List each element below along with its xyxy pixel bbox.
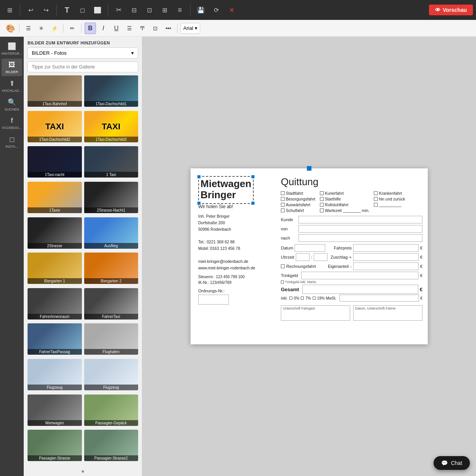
cb-kurierfahrt-box[interactable] bbox=[320, 191, 324, 195]
cb-wartezeit-box[interactable] bbox=[320, 209, 324, 212]
category-select[interactable]: BILDER - Fotos ▾ bbox=[28, 47, 138, 59]
eraser-button[interactable]: ✏ bbox=[67, 23, 78, 34]
text-size-button[interactable]: Ͳ bbox=[137, 23, 148, 34]
uhrzeit-h-input[interactable] bbox=[296, 253, 310, 261]
image-thumb-flughafen[interactable]: Flughafen bbox=[84, 323, 139, 355]
image-thumb-flugzeug2[interactable]: Flugzeug bbox=[84, 359, 139, 390]
sidebar-item-hintergrund[interactable]: ⬜ HINTERGR... bbox=[2, 40, 22, 58]
transform-button[interactable]: ✳ bbox=[36, 23, 47, 34]
image-thumb-fahrertaxi[interactable]: FahrerTaxi bbox=[84, 288, 139, 320]
cb-trinkgeld-inkl-box[interactable] bbox=[281, 280, 284, 284]
undo-button[interactable]: ↩ bbox=[24, 3, 37, 16]
nach-input[interactable] bbox=[298, 234, 422, 242]
cb-mwst0-box[interactable] bbox=[289, 297, 292, 300]
image-thumb-biergarten1[interactable]: Biergarten 1 bbox=[28, 253, 82, 284]
cut-button[interactable]: ✂ bbox=[112, 3, 125, 16]
redo-button[interactable]: ↪ bbox=[39, 3, 52, 16]
handle-tr[interactable] bbox=[251, 175, 255, 179]
align-left-button[interactable]: ☰ bbox=[23, 23, 34, 34]
mwst-input[interactable] bbox=[339, 295, 419, 302]
italic-button[interactable]: I bbox=[98, 23, 109, 34]
image-thumb-fahrerinnenraum[interactable]: FahrerInnenraum bbox=[28, 288, 82, 320]
image-thumb-passagier-strasse2[interactable]: Passagier-Strasse2 bbox=[84, 430, 139, 461]
image-thumb-1taxi-dachschild1[interactable]: 1Taxi-Dachschild1 bbox=[84, 75, 139, 107]
delete-button[interactable]: ⊟ bbox=[127, 3, 140, 16]
cb-starthilfe-box[interactable] bbox=[320, 197, 324, 201]
image-thumb-2strasse[interactable]: 2Strasse bbox=[28, 217, 82, 249]
zuschlag-input[interactable] bbox=[353, 253, 419, 261]
effect-button[interactable]: ⚡ bbox=[49, 23, 60, 34]
image-thumb-1taxi-dachschild2[interactable]: TAXI1Taxi-Dachschild2 bbox=[28, 111, 82, 142]
cb-hinundzurueck-box[interactable] bbox=[374, 197, 378, 201]
bold-button[interactable]: B bbox=[85, 23, 96, 34]
page-button[interactable]: ⬜ bbox=[91, 3, 104, 16]
trinkgeld-input[interactable] bbox=[301, 272, 419, 279]
sidebar-item-suchen[interactable]: 🔍 SUCHEN bbox=[2, 96, 22, 114]
image-thumb-mietwagen[interactable]: Mietwagen bbox=[28, 394, 82, 426]
image-thumb-ausflieg[interactable]: Ausflieg bbox=[84, 217, 139, 249]
image-thumb-biergarten2[interactable]: Biergarten 2 bbox=[84, 253, 139, 284]
cb-rollstuhlfahrt-box[interactable] bbox=[320, 203, 324, 207]
image-thumb-flugzeug1[interactable]: Flugzeug bbox=[28, 359, 82, 390]
handle-br[interactable] bbox=[251, 201, 255, 205]
image-thumb-fahrertaxipassag[interactable]: FahrerTaxiPassag bbox=[28, 323, 82, 355]
cb-besorgungsfahrt-box[interactable] bbox=[281, 197, 285, 201]
canvas-area[interactable]: Mietwagen Bringer Wir holen Sie ab! Inh.… bbox=[142, 37, 476, 476]
image-thumb-passagier-strasse[interactable]: Passagier-Strasse bbox=[28, 430, 82, 461]
save-button[interactable]: 💾 bbox=[194, 3, 207, 16]
sidebar-item-facebook[interactable]: f FACEBOO... bbox=[2, 114, 22, 132]
refresh-button[interactable]: ⟳ bbox=[210, 3, 223, 16]
selection-handle-top[interactable] bbox=[307, 166, 311, 171]
cb-krankenfahrt-box[interactable] bbox=[374, 191, 378, 195]
kunde-input[interactable] bbox=[298, 216, 422, 223]
crop-button[interactable]: ⊡ bbox=[150, 23, 161, 34]
datum-input[interactable] bbox=[295, 244, 325, 252]
sidebar: ⬜ HINTERGR... 🖼 BILDER ⬆ HOCHLAD... 🔍 SU… bbox=[0, 37, 24, 476]
close-button[interactable]: ✕ bbox=[225, 3, 238, 16]
von-input[interactable] bbox=[298, 225, 422, 233]
scroll-down-indicator[interactable]: ▾ bbox=[24, 467, 142, 476]
image-thumb-1taxi[interactable]: 1 Taxi bbox=[84, 146, 139, 178]
handle-tl[interactable] bbox=[197, 175, 201, 179]
cb-auswaertsfahrt-box[interactable] bbox=[281, 203, 285, 207]
gesamt-input[interactable] bbox=[302, 285, 418, 294]
cb-mwst19-box[interactable] bbox=[313, 297, 316, 300]
sidebar-item-bilder[interactable]: 🖼 BILDER bbox=[2, 59, 22, 76]
align-center-button[interactable]: ☰ bbox=[124, 23, 135, 34]
preview-button[interactable]: 👁 Vorschau bbox=[429, 5, 473, 15]
gallery-search-input[interactable] bbox=[28, 62, 138, 72]
layers-button[interactable]: ≡ bbox=[173, 3, 186, 16]
sidebar-item-insta[interactable]: ◻ INSTA... bbox=[2, 133, 22, 151]
cb-schulfahrt-box[interactable] bbox=[281, 209, 285, 212]
shape-button[interactable]: ◻ bbox=[76, 3, 89, 16]
image-thumb-1taxi-dachschild3[interactable]: TAXI1Taxi-Dachschild3 bbox=[84, 111, 139, 142]
cb-stadtfahrt-box[interactable] bbox=[281, 191, 285, 195]
font-selector[interactable]: Arial ▾ bbox=[181, 23, 200, 34]
color-button[interactable]: 🎨 bbox=[5, 23, 16, 34]
handle-bl[interactable] bbox=[197, 201, 201, 205]
image-thumb-passagier-gepack[interactable]: Passagier-Gepäck bbox=[84, 394, 139, 426]
ordnungs-input[interactable] bbox=[198, 295, 229, 305]
cb-mwst7-box[interactable] bbox=[301, 297, 304, 300]
copy-button[interactable]: ⊡ bbox=[143, 3, 156, 16]
chat-widget[interactable]: 💬 Chat bbox=[434, 456, 470, 470]
qr-button[interactable]: ⊞ bbox=[3, 3, 16, 16]
eigenanteil-input[interactable] bbox=[353, 262, 419, 270]
inhaber: Inh. Peter Bringer bbox=[198, 213, 275, 220]
cb-stadtfahrt-label: Stadtfahrt bbox=[286, 191, 303, 196]
chat-icon: 💬 bbox=[441, 460, 448, 466]
arrange-button[interactable]: ⊞ bbox=[158, 3, 171, 16]
fmt-separator-2 bbox=[63, 24, 64, 33]
cb-extra-box[interactable] bbox=[374, 203, 378, 207]
underline-button[interactable]: U bbox=[111, 23, 122, 34]
image-thumb-1taxis[interactable]: 1Taxis bbox=[28, 182, 82, 213]
uhrzeit-m-input[interactable] bbox=[314, 253, 328, 261]
fahrpreis-input[interactable] bbox=[353, 244, 419, 252]
image-thumb-2strasse-nacht1[interactable]: 2Strasse-Nacht1 bbox=[84, 182, 139, 213]
text-button[interactable]: T bbox=[60, 3, 73, 16]
sidebar-item-hochlad[interactable]: ⬆ HOCHLAD... bbox=[2, 77, 22, 95]
cb-rechnungsfahrt-box[interactable] bbox=[281, 264, 285, 268]
more-button[interactable]: ••• bbox=[163, 23, 174, 34]
image-thumb-1taxi-bahnhof[interactable]: 1Taxi-Bahnhof bbox=[28, 75, 82, 107]
image-thumb-1taxi-nacht[interactable]: 1Taxi-nacht bbox=[28, 146, 82, 178]
